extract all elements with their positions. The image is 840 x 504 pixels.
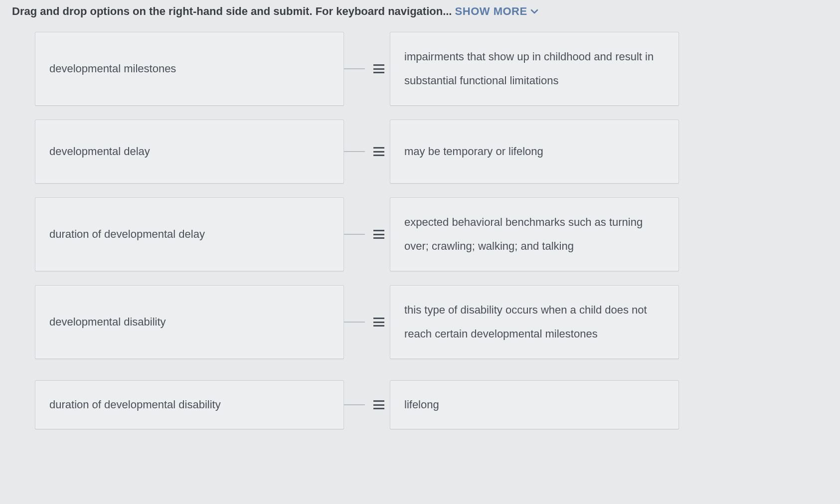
term-text: duration of developmental disability — [49, 398, 221, 411]
definition-text: impairments that show up in childhood an… — [404, 45, 665, 93]
definition-card[interactable]: lifelong — [390, 380, 679, 429]
term-text: developmental delay — [49, 145, 150, 158]
definition-text: this type of disability occurs when a ch… — [404, 298, 665, 346]
drag-handle[interactable] — [368, 197, 390, 271]
grip-lines-icon — [373, 146, 384, 157]
show-more-link[interactable]: SHOW MORE — [455, 5, 538, 18]
grip-lines-icon — [373, 63, 384, 74]
term-text: duration of developmental delay — [49, 228, 205, 241]
definition-card[interactable]: this type of disability occurs when a ch… — [390, 285, 679, 359]
definition-text: lifelong — [404, 393, 439, 417]
term-card[interactable]: developmental delay — [35, 120, 344, 183]
match-row: developmental disability this type of di… — [35, 285, 805, 359]
term-text: developmental disability — [49, 316, 166, 329]
drag-handle[interactable] — [368, 373, 390, 437]
match-row: duration of developmental delay expected… — [35, 197, 805, 271]
show-more-label: SHOW MORE — [455, 5, 527, 18]
chevron-down-icon — [530, 8, 538, 14]
definition-card[interactable]: impairments that show up in childhood an… — [390, 32, 679, 106]
connector-line — [344, 322, 365, 323]
connector-line — [344, 68, 365, 69]
connector-line — [344, 234, 365, 235]
matching-area: developmental milestones impairments tha… — [10, 32, 830, 437]
term-card[interactable]: developmental milestones — [35, 32, 344, 106]
definition-text: may be temporary or lifelong — [404, 140, 543, 164]
definition-card[interactable]: may be temporary or lifelong — [390, 120, 679, 183]
term-card[interactable]: duration of developmental disability — [35, 380, 344, 429]
instructions-bar: Drag and drop options on the right-hand … — [10, 5, 830, 18]
connector-line — [344, 151, 365, 152]
grip-lines-icon — [373, 399, 384, 410]
match-row: duration of developmental disability lif… — [35, 373, 805, 437]
drag-handle[interactable] — [368, 285, 390, 359]
grip-lines-icon — [373, 317, 384, 328]
definition-card[interactable]: expected behavioral benchmarks such as t… — [390, 197, 679, 271]
drag-handle[interactable] — [368, 120, 390, 183]
term-card[interactable]: duration of developmental delay — [35, 197, 344, 271]
grip-lines-icon — [373, 229, 384, 240]
instructions-text: Drag and drop options on the right-hand … — [12, 5, 455, 17]
term-text: developmental milestones — [49, 62, 176, 75]
term-card[interactable]: developmental disability — [35, 285, 344, 359]
drag-handle[interactable] — [368, 32, 390, 106]
match-row: developmental delay may be temporary or … — [35, 120, 805, 183]
match-row: developmental milestones impairments tha… — [35, 32, 805, 106]
connector-line — [344, 404, 365, 405]
definition-text: expected behavioral benchmarks such as t… — [404, 210, 665, 259]
